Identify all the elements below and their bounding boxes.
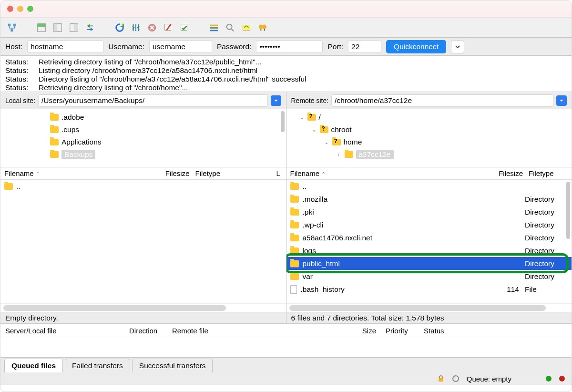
log-line: Listing directory /chroot/home/a37cc12e/… — [39, 66, 257, 75]
toggle-remote-tree-icon[interactable] — [67, 21, 81, 34]
window-minimize-button[interactable] — [17, 6, 23, 12]
file-row[interactable]: var Directory — [286, 270, 572, 283]
local-file-header[interactable]: Filename⌃ Filesize Filetype L — [0, 167, 286, 180]
refresh-icon[interactable] — [113, 21, 126, 34]
process-queue-icon[interactable] — [129, 21, 143, 34]
chevron-icon[interactable]: ⌄ — [324, 139, 329, 145]
file-row[interactable]: public_html Directory — [286, 257, 572, 270]
folder-icon — [290, 196, 299, 203]
tree-item[interactable]: .cups — [4, 124, 282, 136]
toggle-queue-icon[interactable] — [83, 21, 97, 34]
qcol-status[interactable]: Status — [424, 327, 567, 335]
remote-site-dropdown[interactable] — [556, 95, 567, 106]
tree-item[interactable]: Backups — [4, 148, 282, 161]
file-row[interactable]: a58ac14706.nxcli.net Directory — [286, 231, 572, 244]
tab-failed-transfers[interactable]: Failed transfers — [65, 359, 130, 372]
port-input[interactable] — [348, 41, 381, 53]
host-input[interactable] — [27, 41, 103, 53]
site-manager-icon[interactable] — [5, 21, 19, 34]
tab-queued-files[interactable]: Queued files — [4, 359, 63, 372]
local-directory-tree[interactable]: .adobe .cups Applications Backups — [0, 109, 286, 167]
cancel-icon[interactable] — [145, 21, 159, 34]
col-filetype[interactable]: Filetype — [529, 169, 568, 177]
toggle-log-icon[interactable] — [35, 21, 48, 34]
tree-item[interactable]: .adobe — [4, 111, 282, 124]
tree-item[interactable]: ⌄ chroot — [290, 124, 568, 136]
scrollbar-thumb[interactable] — [3, 305, 226, 311]
password-input[interactable] — [256, 41, 323, 53]
remote-hscrollbar[interactable] — [286, 303, 572, 312]
tree-item-label: a37cc12e — [356, 150, 394, 159]
file-row[interactable]: .. — [286, 180, 572, 193]
folder-icon — [290, 222, 299, 228]
toggle-local-tree-icon[interactable] — [51, 21, 64, 34]
port-label: Port: — [327, 42, 343, 51]
qcol-server[interactable]: Server/Local file — [5, 327, 129, 335]
filter-icon[interactable] — [207, 21, 221, 34]
tree-item[interactable]: ⌄ / — [290, 111, 568, 124]
remote-status-line: 6 files and 7 directories. Total size: 1… — [286, 312, 572, 323]
file-icon — [290, 285, 297, 294]
col-filetype[interactable]: Filetype — [195, 169, 276, 177]
local-hscrollbar[interactable] — [0, 303, 286, 312]
window-close-button[interactable] — [7, 6, 13, 12]
folder-icon — [290, 183, 299, 190]
quickconnect-button[interactable]: Quickconnect — [386, 40, 446, 53]
scrollbar-thumb[interactable] — [289, 305, 546, 311]
username-label: Username: — [108, 42, 144, 51]
file-name: .mozilla — [303, 195, 328, 204]
directory-compare-icon[interactable] — [224, 21, 237, 34]
reconnect-icon[interactable] — [178, 21, 191, 34]
file-row[interactable]: .wp-cli Directory — [286, 218, 572, 231]
tab-successful-transfers[interactable]: Successful transfers — [132, 359, 213, 372]
tree-item-label: .cups — [61, 125, 79, 134]
tree-item[interactable]: › a37cc12e — [290, 148, 568, 161]
remote-site-path-input[interactable] — [331, 94, 553, 107]
col-filename[interactable]: Filename⌃ — [290, 169, 496, 177]
log-status-label: Status: — [5, 66, 39, 75]
col-filesize[interactable]: Filesize — [495, 169, 529, 177]
file-row[interactable]: .bash_history 114 File — [286, 283, 572, 296]
file-row[interactable]: .. — [0, 180, 286, 193]
local-site-path-input[interactable] — [38, 94, 267, 107]
col-filename[interactable]: Filename⌃ — [4, 169, 162, 177]
tree-item[interactable]: Applications — [4, 136, 282, 148]
remote-file-header[interactable]: Filename⌃ Filesize Filetype — [286, 167, 572, 180]
scrollbar-thumb[interactable] — [281, 111, 285, 132]
search-icon[interactable] — [256, 21, 269, 34]
disconnect-icon[interactable] — [162, 21, 175, 34]
file-row[interactable]: .pki Directory — [286, 206, 572, 218]
qcol-direction[interactable]: Direction — [129, 327, 172, 335]
tree-item[interactable]: ⌄ home — [290, 136, 568, 148]
sync-browse-icon[interactable] — [240, 21, 253, 34]
chevron-icon[interactable]: › — [336, 151, 342, 158]
transfer-queue-header[interactable]: Server/Local file Direction Remote file … — [0, 324, 572, 337]
svg-point-18 — [262, 24, 266, 29]
message-log[interactable]: Status:Retrieving directory listing of "… — [0, 56, 572, 92]
col-filesize[interactable]: Filesize — [162, 169, 195, 177]
qcol-size[interactable]: Size — [357, 327, 386, 335]
username-input[interactable] — [149, 41, 212, 53]
folder-icon — [50, 151, 59, 158]
qcol-remote[interactable]: Remote file — [172, 327, 357, 335]
local-site-dropdown[interactable] — [271, 95, 281, 106]
file-type: Directory — [525, 247, 568, 255]
local-status-line: Empty directory. — [0, 312, 286, 323]
qcol-priority[interactable]: Priority — [386, 327, 424, 335]
file-row[interactable]: .mozilla Directory — [286, 193, 572, 206]
remote-file-list[interactable]: .. .mozilla Directory.pki Directory.wp-c… — [286, 180, 572, 303]
quickconnect-history-dropdown[interactable] — [451, 40, 464, 53]
chevron-icon[interactable]: ⌄ — [311, 126, 317, 133]
site-path-row: Local site: Remote site: — [0, 92, 572, 109]
transfer-queue-list[interactable] — [0, 337, 572, 357]
chevron-icon[interactable]: ⌄ — [299, 114, 305, 121]
local-file-list[interactable]: .. — [0, 180, 286, 303]
remote-directory-tree[interactable]: ⌄ / ⌄ chroot ⌄ home › a37cc12e — [286, 109, 572, 167]
folder-icon — [50, 126, 59, 133]
file-row[interactable]: logs Directory — [286, 244, 572, 257]
col-lastmodified[interactable]: L — [276, 169, 282, 177]
log-status-label: Status: — [5, 58, 39, 66]
folder-icon — [290, 235, 299, 241]
scrollbar-thumb[interactable] — [566, 182, 570, 239]
window-zoom-button[interactable] — [27, 6, 33, 12]
